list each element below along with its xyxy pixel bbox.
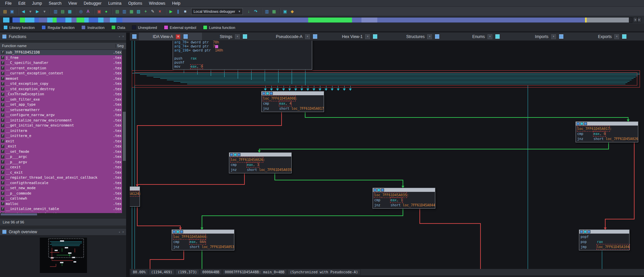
functions-list[interactable]: fsub_7FF61D4521D8.texfj_free.texf__C_spe… [0,50,122,213]
function-row[interactable]: f_CxxThrowException.tex [0,92,122,97]
tab-strings[interactable]: Strings× [202,33,265,40]
tab-enums-icon[interactable] [495,34,500,39]
tab-enums[interactable]: Enums× [455,33,518,40]
graph-node-a124-partial[interactable]: loc_7FF61D45A124: [130,186,140,207]
panel-pin-icon[interactable]: ▪ [119,230,120,234]
graph-node-a017[interactable]: loc_7FF61D45A017:cmp eax, 0jnz short loc… [576,122,638,142]
tab-close-icon[interactable]: × [551,34,556,39]
open-file-icon[interactable]: ▤ [2,8,8,14]
function-row[interactable]: f__set_fmode.tex [0,149,122,154]
tab-hex-view-1-icon[interactable] [373,34,378,39]
tab-ida-view-a[interactable]: IDA View-A× [139,33,202,40]
function-row[interactable]: f__initialize_narrow_environment.tex [0,118,122,123]
function-row[interactable]: f__std_exception_destroy.tex [0,86,122,92]
function-row[interactable]: f__callnewh.tex [0,196,122,201]
menu-lumina[interactable]: Lumina [105,1,124,6]
tab-hex-view-1[interactable]: Hex View-1× [328,33,391,40]
tab-pseudocode-a-icon[interactable] [313,34,318,39]
function-row[interactable]: fmemset.tex [0,76,122,81]
navband-left-icon[interactable]: ◂ [633,17,637,22]
menu-edit[interactable]: Edit [15,1,28,6]
tab-close-icon[interactable]: × [235,34,240,39]
menu-debugger[interactable]: Debugger [81,1,105,6]
node-color-icon[interactable] [587,230,590,233]
graph-node-a044[interactable]: loc_7FF61D45A044:cmp eax, 0Ahjnz short l… [172,230,234,250]
node-collapse-icon[interactable] [374,188,377,192]
tab-close-icon[interactable]: × [305,34,310,39]
function-row[interactable]: f__initialize_onexit_table.tex [0,206,122,212]
function-row[interactable]: f__configure_narrow_argv.tex [0,112,122,118]
tab-structures-icon[interactable] [435,34,440,39]
step-into-icon[interactable]: ↓ [246,8,252,14]
function-row[interactable]: f_exit.tex [0,144,122,149]
menu-windows[interactable]: Windows [146,1,169,6]
function-row[interactable]: f__get_initial_narrow_environment.tex [0,123,122,128]
tab-imports-icon[interactable] [559,34,564,39]
start-process-icon[interactable]: ▶ [168,8,174,14]
function-row[interactable]: f__initterm_e.tex [0,133,122,139]
function-row[interactable]: f__p___argc.tex [0,154,122,160]
navband-right-icon[interactable]: ▸ [637,17,641,22]
functions-vertical-scrollbar[interactable] [122,50,126,213]
node-collapse-icon[interactable] [262,92,265,95]
column-segment[interactable]: Seg [115,44,124,48]
node-group-icon[interactable] [584,230,587,233]
function-row[interactable]: f__current_exception.tex [0,66,122,71]
breakpoint-list-icon[interactable]: ▣ [282,8,288,14]
function-row[interactable]: f__seh_filter_exe.tex [0,97,122,102]
function-row[interactable]: f__setusermatherr.tex [0,107,122,113]
node-titlebar[interactable] [130,187,140,191]
node-collapse-icon[interactable] [230,153,233,156]
tab-strings-icon[interactable] [242,34,247,39]
graph-node-a008[interactable]: loc_7FF61D45A008:cmp eax, 4jnz short loc… [261,91,324,112]
names-window-icon[interactable]: ▥ [53,8,59,14]
panel-splitter[interactable] [126,33,130,277]
node-titlebar[interactable] [576,122,638,126]
add-item-icon[interactable]: + [143,8,149,14]
node-color-icon[interactable] [237,153,240,156]
tab-imports[interactable]: Imports× [518,33,581,40]
panel-pin-icon[interactable]: ▪ [119,35,120,38]
node-color-icon[interactable] [584,122,587,125]
node-titlebar[interactable] [229,153,291,157]
function-row[interactable]: f__p___argv.tex [0,160,122,165]
navigation-band[interactable] [3,17,633,23]
function-row[interactable]: f__c_exit.tex [0,170,122,175]
node-titlebar[interactable] [579,230,629,234]
debugger-selector[interactable]: Local Windows debugger▾ [191,8,243,15]
graph-overview-minimap[interactable] [40,238,87,273]
node-color-icon[interactable] [180,230,183,233]
forward-history-icon[interactable]: ▾ [41,8,48,14]
create-struct-icon[interactable]: ▤ [114,8,120,14]
node-collapse-icon[interactable] [173,230,176,233]
segments-icon[interactable]: ▧ [136,8,142,14]
graph-node-entry[interactable]: arg_70= dword ptr 78harg_74= dword ptr 7… [173,41,312,70]
tab-pseudocode-a[interactable]: Pseudocode-A× [265,33,328,40]
record-icon[interactable]: ● [103,8,109,14]
function-row[interactable]: f__std_exception_copy.tex [0,81,122,86]
step-over-icon[interactable]: ↷ [253,8,259,14]
function-row[interactable]: f__set_app_type.tex [0,102,122,107]
enum-view-icon[interactable]: ▦ [128,8,135,14]
node-group-icon[interactable] [176,230,179,233]
function-row[interactable]: fj_free.tex [0,55,122,61]
function-row[interactable]: f__p__commode.tex [0,191,122,196]
tab-close-icon[interactable]: × [614,34,619,39]
edit-item-icon[interactable]: ✎ [150,8,156,14]
function-row[interactable]: f__register_thread_local_exe_atexit_call… [0,175,122,180]
graph-view[interactable]: arg_70= dword ptr 78harg_74= dword ptr 7… [130,41,644,269]
tab-exports-icon[interactable] [622,34,627,39]
window-list-icon[interactable] [132,34,137,39]
node-titlebar[interactable] [262,92,324,95]
function-row[interactable]: f__C_specific_handler.tex [0,60,122,66]
panel-close-icon[interactable]: × [122,230,124,234]
function-row[interactable]: fmalloc.tex [0,201,122,207]
graph-node-a026[interactable]: loc_7FF61D45A026:cmp eax, 3jnz short loc… [229,152,292,173]
node-group-icon[interactable] [234,153,237,156]
back-history-icon[interactable]: ▾ [27,8,33,14]
forward-icon[interactable]: ▶ [34,8,40,14]
function-row[interactable]: f__cexit.tex [0,165,122,170]
tab-exports[interactable]: Exports× [581,33,644,40]
tab-close-icon[interactable]: × [365,34,370,39]
save-icon[interactable]: ▣ [9,8,15,14]
